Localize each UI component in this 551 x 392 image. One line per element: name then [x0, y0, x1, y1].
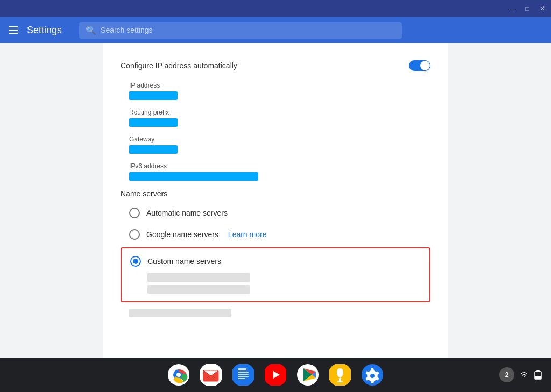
radio-custom-inner	[133, 259, 138, 264]
taskbar-docs-icon[interactable]	[231, 363, 255, 387]
status-badge: 2	[499, 367, 514, 382]
radio-automatic-circle	[129, 208, 140, 218]
routing-prefix-value	[129, 118, 178, 127]
extra-ns-input[interactable]	[129, 309, 231, 317]
ip-address-group: IP address	[129, 82, 430, 100]
ipv6-address-value	[129, 172, 258, 181]
configure-ip-row: Configure IP address automatically	[121, 54, 430, 77]
svg-rect-8	[238, 372, 249, 373]
configure-ip-label: Configure IP address automatically	[121, 61, 237, 70]
svg-rect-9	[238, 374, 249, 375]
hamburger-menu-icon[interactable]	[9, 26, 18, 34]
page-title: Settings	[27, 25, 62, 36]
custom-ns-input-1[interactable]	[147, 273, 250, 282]
radio-custom-label: Custom name servers	[147, 257, 221, 266]
svg-rect-25	[536, 370, 540, 372]
ipv6-address-group: IPv6 address	[129, 162, 430, 181]
ip-address-value	[129, 91, 178, 100]
ipv6-address-label: IPv6 address	[129, 162, 430, 170]
gateway-label: Gateway	[129, 136, 430, 143]
routing-prefix-group: Routing prefix	[129, 109, 430, 127]
radio-google[interactable]: Google name servers Learn more	[121, 224, 430, 245]
title-bar: — □ ✕	[0, 0, 551, 17]
radio-custom[interactable]: Custom name servers	[122, 253, 429, 270]
taskbar: 2	[0, 358, 551, 392]
status-number: 2	[505, 371, 509, 379]
minimize-button[interactable]: —	[508, 4, 517, 13]
routing-prefix-label: Routing prefix	[129, 109, 430, 116]
search-input[interactable]	[101, 26, 395, 34]
taskbar-playstore-icon[interactable]	[296, 363, 320, 387]
radio-custom-circle	[130, 256, 141, 267]
content-panel: Configure IP address automatically IP ad…	[103, 43, 448, 358]
name-servers-title: Name servers	[121, 189, 430, 198]
svg-rect-10	[238, 376, 249, 377]
radio-automatic-label: Automatic name servers	[146, 209, 228, 217]
maximize-button[interactable]: □	[523, 4, 532, 13]
close-button[interactable]: ✕	[538, 4, 547, 13]
taskbar-status-area: 2	[499, 367, 542, 382]
svg-rect-7	[238, 368, 246, 370]
wifi-icon	[519, 369, 529, 380]
radio-google-circle	[129, 229, 140, 240]
search-icon: 🔍	[86, 25, 96, 35]
svg-rect-20	[339, 378, 341, 381]
taskbar-gmail-icon[interactable]	[199, 363, 223, 387]
svg-rect-21	[337, 381, 343, 382]
main-content: Configure IP address automatically IP ad…	[0, 43, 551, 358]
battery-icon	[534, 369, 542, 380]
custom-ns-input-2[interactable]	[147, 285, 250, 294]
search-bar[interactable]: 🔍	[79, 22, 402, 39]
taskbar-chrome-icon[interactable]	[167, 363, 190, 387]
gateway-value	[129, 145, 178, 154]
learn-more-link[interactable]: Learn more	[228, 230, 267, 239]
toggle-knob	[420, 61, 430, 70]
radio-automatic[interactable]: Automatic name servers	[121, 202, 430, 224]
taskbar-keep-icon[interactable]	[328, 363, 352, 387]
svg-point-3	[176, 373, 181, 377]
svg-rect-11	[238, 378, 245, 379]
custom-name-servers-box: Custom name servers	[121, 247, 430, 302]
taskbar-youtube-icon[interactable]	[264, 363, 287, 387]
taskbar-settings-icon[interactable]	[361, 363, 384, 387]
configure-ip-toggle[interactable]	[409, 60, 430, 71]
gateway-group: Gateway	[129, 136, 430, 154]
header: Settings 🔍	[0, 17, 551, 43]
svg-rect-26	[535, 376, 541, 379]
radio-google-label: Google name servers	[146, 230, 218, 239]
svg-point-23	[370, 374, 375, 378]
ip-address-label: IP address	[129, 82, 430, 89]
